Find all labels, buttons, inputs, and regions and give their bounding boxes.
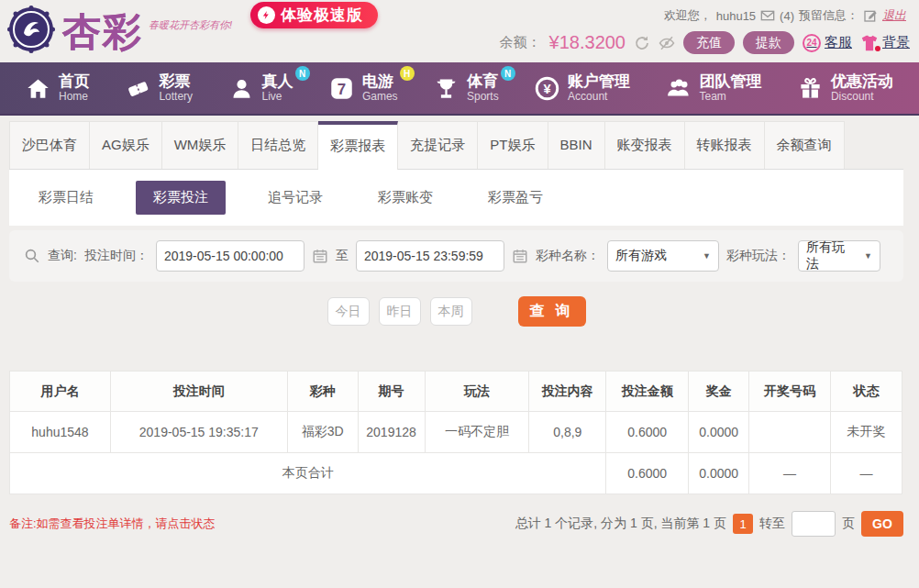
cell-username: huhu1548 [10, 412, 111, 453]
eye-off-icon[interactable] [659, 35, 675, 51]
bet-time-to-input[interactable] [356, 240, 504, 272]
new-badge: N [501, 66, 515, 81]
pagination: 总计 1 个记录, 分为 1 页, 当前第 1 页 1 转至 页 GO [515, 511, 903, 537]
to-label: 至 [336, 248, 349, 264]
game-seven-icon: 7 [329, 76, 354, 101]
nav-label-en: Discount [831, 91, 893, 104]
summary-prize-total: 0.0000 [689, 453, 749, 494]
nav-item-discount[interactable]: 优惠活动Discount [798, 72, 893, 103]
col-draw-number: 开奖号码 [749, 372, 831, 412]
customer-service-link[interactable]: 24 客服 [803, 34, 852, 52]
recharge-button[interactable]: 充值 [683, 31, 735, 54]
mail-count[interactable]: (4) [780, 9, 794, 23]
quick-filter-row: 今日 昨日 本周 查 询 [9, 296, 903, 327]
tab-deposit-withdraw[interactable]: 充提记录 [398, 121, 478, 169]
cell-lottery-type: 福彩3D [287, 412, 358, 453]
tab-balance-query[interactable]: 余额查询 [765, 121, 845, 169]
background-label: 背景 [882, 34, 910, 51]
tab-bbin[interactable]: BBIN [548, 121, 605, 169]
summary-label: 本页合计 [10, 453, 606, 494]
home-icon [26, 76, 50, 101]
tab-pt[interactable]: PT娱乐 [478, 121, 548, 169]
nav-item-live[interactable]: 真人Live N [229, 72, 293, 103]
summary-bet-total: 0.6000 [606, 453, 689, 494]
top-header: 杏彩 春暖花开杏彩有你! 体验极速版 欢迎您， huhu15 (4) 预留信息：… [0, 0, 919, 62]
calendar-icon[interactable] [512, 248, 528, 264]
game-select-value: 所有游戏 [615, 248, 667, 264]
edit-icon[interactable] [863, 8, 878, 23]
tab-lottery-report[interactable]: 彩票报表 [318, 121, 398, 170]
nav-label-en: Account [568, 91, 630, 104]
nav-item-team[interactable]: 团队管理Team [667, 72, 762, 103]
reserved-info-label: 预留信息： [799, 7, 858, 24]
subtab-lottery-account-change[interactable]: 彩票账变 [365, 182, 446, 214]
nav-label-en: Home [59, 91, 90, 104]
svg-text:7: 7 [338, 80, 346, 97]
customer-service-label: 客服 [825, 34, 852, 51]
tab-transfer-report[interactable]: 转账报表 [685, 121, 765, 169]
nav-item-sports[interactable]: 体育Sports N [434, 72, 499, 103]
bottom-row: 备注:如需查看投注单详情，请点击状态 总计 1 个记录, 分为 1 页, 当前第… [9, 511, 903, 537]
subtab-lottery-daily[interactable]: 彩票日结 [26, 182, 106, 214]
game-name-label: 彩种名称： [536, 248, 600, 264]
summary-status-dash: — [831, 453, 902, 494]
go-button[interactable]: GO [861, 511, 903, 537]
cell-issue: 2019128 [358, 412, 425, 453]
current-page-button[interactable]: 1 [733, 514, 753, 534]
bet-time-label: 投注时间： [84, 248, 149, 264]
nav-item-home[interactable]: 首页Home [26, 72, 90, 103]
lightning-icon [258, 6, 275, 24]
nav-label-zh: 首页 [59, 72, 90, 91]
play-type-select-value: 所有玩法 [806, 239, 857, 272]
calendar-icon[interactable] [312, 248, 328, 264]
table-row: huhu1548 2019-05-15 19:35:17 福彩3D 201912… [10, 412, 902, 453]
refresh-icon[interactable] [634, 35, 650, 51]
cell-draw-number [749, 412, 831, 453]
page-number-input[interactable] [792, 511, 836, 537]
col-bet-time: 投注时间 [110, 372, 287, 412]
nav-label-zh: 优惠活动 [831, 72, 893, 91]
lottery-subtab-band: 彩票日结 彩票投注 追号记录 彩票账变 彩票盈亏 [9, 170, 903, 226]
query-label: 查询: [48, 248, 77, 264]
table-summary-row: 本页合计 0.6000 0.0000 — — [10, 453, 902, 494]
nav-item-lottery[interactable]: 彩票Lottery [126, 72, 193, 103]
logout-link[interactable]: 退出 [882, 7, 906, 24]
withdraw-button[interactable]: 提款 [743, 31, 794, 54]
search-icon [24, 248, 40, 264]
tab-daily-overview[interactable]: 日结总览 [238, 121, 318, 169]
brand-name: 杏彩 [62, 6, 143, 59]
tab-shaba-sports[interactable]: 沙巴体育 [9, 121, 90, 169]
subtab-lottery-profit-loss[interactable]: 彩票盈亏 [475, 182, 556, 214]
tab-account-change[interactable]: 账变报表 [605, 121, 685, 169]
tab-ag[interactable]: AG娱乐 [90, 121, 162, 169]
nav-label-en: Sports [467, 91, 499, 104]
this-week-button[interactable]: 本周 [430, 297, 472, 326]
subtab-chase-records[interactable]: 追号记录 [255, 182, 336, 214]
mail-icon[interactable] [760, 8, 775, 23]
search-button[interactable]: 查 询 [518, 296, 586, 327]
yesterday-button[interactable]: 昨日 [379, 297, 421, 326]
background-link[interactable]: 背景 [860, 34, 910, 51]
game-select[interactable]: 所有游戏 ▼ [607, 240, 719, 272]
nav-item-games[interactable]: 7 电游Games H [329, 72, 398, 103]
play-type-select[interactable]: 所有玩法 ▼ [798, 240, 880, 272]
coin-icon: ¥ [535, 76, 559, 101]
chevron-down-icon: ▼ [703, 251, 711, 261]
today-button[interactable]: 今日 [327, 297, 370, 326]
nav-label-zh: 账户管理 [568, 72, 630, 91]
speed-version-badge[interactable]: 体验极速版 [250, 2, 378, 28]
note-text: 备注:如需查看投注单详情，请点击状态 [9, 516, 216, 532]
brand-logo[interactable]: 杏彩 春暖花开杏彩有你! [7, 6, 232, 59]
bet-time-from-input[interactable] [156, 240, 304, 272]
cell-status-link[interactable]: 未开奖 [831, 412, 902, 453]
gift-icon [798, 76, 823, 101]
new-badge: N [295, 66, 310, 81]
nav-label-en: Lottery [159, 91, 193, 104]
nav-item-account[interactable]: ¥ 账户管理Account [535, 72, 630, 103]
nav-label-zh: 真人 [262, 72, 293, 91]
page-unit-label: 页 [842, 516, 855, 532]
subtab-lottery-bets[interactable]: 彩票投注 [136, 181, 226, 215]
welcome-username: huhu15 [716, 9, 756, 23]
tab-wm[interactable]: WM娱乐 [162, 121, 239, 169]
table-header-row: 用户名 投注时间 彩种 期号 玩法 投注内容 投注金额 奖金 开奖号码 状态 [10, 372, 902, 412]
